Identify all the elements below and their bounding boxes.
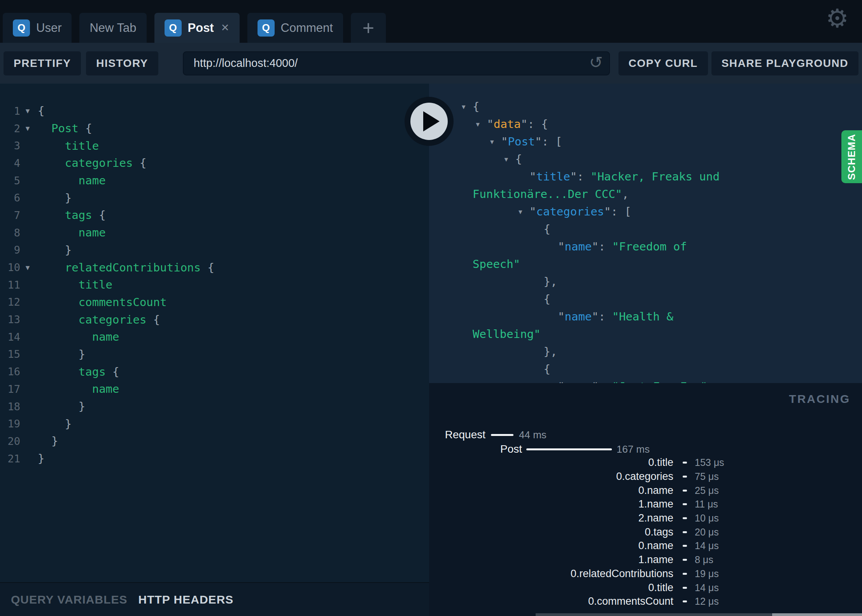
prettify-button[interactable]: PRETTIFY	[4, 51, 81, 75]
trace-row-label: 1.name	[429, 554, 673, 566]
trace-row-bar	[683, 587, 687, 589]
collapse-arrow-icon[interactable]: ▾	[462, 98, 472, 116]
editor-line: 10▾ relatedContributions {	[0, 259, 429, 276]
trace-row-value: 12 μs	[695, 596, 745, 607]
trace-row-bar	[683, 559, 687, 561]
horizontal-scrollbar-thumb[interactable]	[772, 613, 862, 616]
response-row: },	[429, 273, 732, 290]
line-code: {	[38, 104, 44, 117]
schema-tab-button[interactable]: SCHEMA	[841, 130, 862, 183]
collapse-arrow-icon[interactable]: ▾	[462, 116, 472, 133]
trace-row: 0.title14 μs	[429, 581, 862, 595]
tab-comment[interactable]: QComment	[247, 13, 343, 43]
trace-row: 1.name8 μs	[429, 553, 862, 567]
new-tab-button[interactable]: +	[351, 13, 386, 43]
trace-bar	[526, 448, 612, 450]
tab-post[interactable]: QPost✕	[154, 13, 240, 43]
graphql-playground: QUserNew TabQPost✕QComment+ ⚙ PRETTIFY H…	[0, 0, 862, 616]
trace-row-value: 153 μs	[695, 457, 745, 468]
reload-schema-icon[interactable]: ↺	[589, 54, 603, 71]
history-button[interactable]: HISTORY	[86, 51, 158, 75]
trace-bar	[491, 434, 513, 436]
query-editor[interactable]: 1▾{2▾ Post {3 title4 categories {5 name6…	[0, 84, 429, 582]
trace-row-value: 20 μs	[695, 527, 745, 538]
response-row: ▾{	[429, 150, 732, 168]
line-code: relatedContributions {	[38, 261, 214, 274]
horizontal-scrollbar-track[interactable]	[536, 613, 772, 616]
trace-row-bar	[683, 517, 687, 519]
tracing-panel: TRACING Request44 msPost167 ms 0.title15…	[429, 383, 862, 616]
line-number: 9	[0, 244, 20, 256]
fold-arrow-icon[interactable]: ▾	[20, 124, 35, 133]
trace-label: Request	[429, 429, 485, 441]
trace-row: 0.tags20 μs	[429, 525, 862, 539]
editor-line: 11 title	[0, 276, 429, 294]
editor-line: 16 tags {	[0, 363, 429, 380]
trace-row-bar	[683, 545, 687, 547]
collapse-arrow-icon[interactable]: ▾	[462, 133, 472, 150]
editor-line: 14 name	[0, 328, 429, 346]
trace-row-bar	[683, 573, 687, 575]
editor-line: 9 }	[0, 242, 429, 259]
endpoint-url-wrap: ↺	[183, 51, 610, 75]
line-number: 20	[0, 435, 20, 447]
copy-curl-button[interactable]: COPY CURL	[618, 51, 708, 75]
tab-user[interactable]: QUser	[3, 13, 72, 43]
fold-arrow-icon[interactable]: ▾	[20, 106, 35, 116]
http-headers-tab[interactable]: HTTP HEADERS	[138, 593, 234, 606]
collapse-arrow-icon[interactable]: ▾	[462, 150, 472, 168]
trace-row: 0.name14 μs	[429, 539, 862, 553]
tab-new-tab[interactable]: New Tab	[79, 13, 146, 43]
close-tab-icon[interactable]: ✕	[221, 22, 230, 34]
trace-row-label: 0.categories	[429, 471, 673, 483]
trace-row-label: 0.name	[429, 485, 673, 497]
response-row: "title": "Hacker, Freaks und Funktionäre…	[429, 168, 732, 203]
response-row: "name": "Health & Wellbeing"	[429, 308, 732, 343]
line-code: categories {	[38, 156, 146, 170]
settings-gear-icon[interactable]: ⚙	[826, 5, 849, 31]
execute-button-circle	[410, 103, 448, 140]
toolbar: PRETTIFY HISTORY ↺ COPY CURL SHARE PLAYG…	[0, 43, 862, 84]
line-number: 8	[0, 227, 20, 239]
share-playground-button[interactable]: SHARE PLAYGROUND	[711, 51, 858, 75]
query-variables-tab[interactable]: QUERY VARIABLES	[11, 593, 128, 606]
collapse-arrow-icon[interactable]: ▾	[462, 203, 472, 220]
line-number: 16	[0, 366, 20, 378]
line-code: }	[38, 417, 72, 430]
trace-row-bar	[683, 503, 687, 505]
editor-line: 21}	[0, 450, 429, 467]
trace-row-value: 8 μs	[695, 554, 745, 565]
response-row: "name": "Freedom of Speech"	[429, 238, 732, 273]
endpoint-url-input[interactable]	[183, 51, 610, 75]
line-code: categories {	[38, 313, 160, 326]
editor-line: 20 }	[0, 432, 429, 450]
trace-row: 1.name11 μs	[429, 497, 862, 511]
tab-label: User	[36, 21, 61, 35]
query-badge: Q	[165, 19, 182, 37]
line-number: 19	[0, 418, 20, 430]
line-number: 15	[0, 348, 20, 360]
response-row: {	[429, 360, 732, 378]
trace-row-label: 0.tags	[429, 526, 673, 538]
tab-label: Post	[188, 21, 214, 35]
line-code: name	[38, 226, 106, 239]
fold-arrow-icon[interactable]: ▾	[20, 263, 35, 272]
line-code: title	[38, 139, 99, 152]
response-row: ▾{	[429, 98, 732, 116]
response-row: {	[429, 220, 732, 238]
line-number: 3	[0, 140, 20, 152]
trace-row-label: 0.relatedContributions	[429, 568, 673, 580]
trace-summary-row: Request44 ms	[429, 428, 547, 442]
trace-row-bar	[683, 600, 687, 602]
tab-label: New Tab	[89, 21, 136, 35]
trace-row-label: 0.title	[429, 582, 673, 594]
line-code: name	[38, 330, 119, 343]
trace-row-value: 25 μs	[695, 485, 745, 496]
query-badge: Q	[13, 19, 30, 37]
response-row: ▾"categories": [	[429, 203, 732, 220]
trace-row-label: 0.commentsCount	[429, 595, 673, 607]
tracing-rows: 0.title153 μs0.categories75 μs0.name25 μ…	[429, 456, 862, 609]
execute-button[interactable]	[405, 97, 454, 146]
line-code: }	[38, 452, 44, 465]
trace-row: 2.name10 μs	[429, 511, 862, 525]
